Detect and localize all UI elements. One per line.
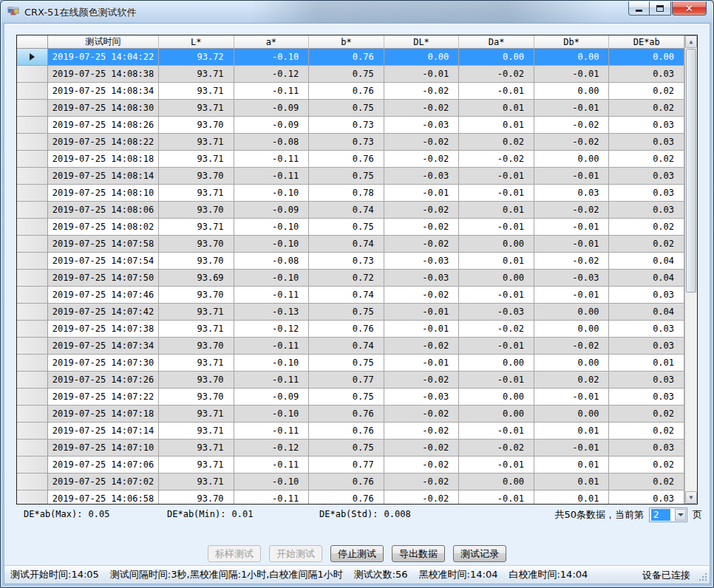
cell[interactable]: -0.02	[384, 134, 460, 151]
table-row[interactable]: 2019-07-25 14:04:2293.72-0.100.760.000.0…	[17, 49, 684, 66]
cell[interactable]: -0.10	[234, 219, 310, 236]
table-row[interactable]: 2019-07-25 14:07:5893.70-0.100.74-0.020.…	[17, 236, 684, 253]
cell[interactable]: -0.02	[384, 219, 460, 236]
table-row[interactable]: 2019-07-25 14:07:3493.70-0.110.74-0.02-0…	[17, 338, 684, 355]
cell[interactable]: 93.71	[159, 151, 234, 168]
row-header-cell[interactable]	[17, 219, 48, 236]
column-header-L[interactable]: L*	[159, 35, 234, 48]
cell[interactable]: 93.70	[159, 490, 234, 504]
table-row[interactable]: 2019-07-25 14:08:1893.71-0.110.76-0.02-0…	[17, 151, 684, 168]
cell[interactable]: 0.02	[609, 151, 684, 168]
cell[interactable]: 0.01	[459, 100, 534, 117]
column-header-Da[interactable]: Da*	[459, 35, 534, 48]
cell[interactable]: -0.02	[534, 338, 610, 355]
table-row[interactable]: 2019-07-25 14:07:5093.69-0.100.72-0.030.…	[17, 270, 684, 287]
cell[interactable]: -0.01	[459, 490, 534, 504]
cell[interactable]: 2019-07-25 14:07:34	[48, 338, 159, 355]
cell[interactable]: 93.70	[159, 236, 234, 253]
cell[interactable]: -0.11	[234, 338, 310, 355]
cell[interactable]: 93.71	[159, 457, 234, 474]
table-row[interactable]: 2019-07-25 14:07:0693.71-0.110.77-0.02-0…	[17, 457, 684, 474]
cell[interactable]: 0.02	[609, 474, 684, 490]
column-header-DEab[interactable]: DE*ab	[609, 35, 684, 48]
cell[interactable]: -0.10	[234, 270, 310, 287]
table-row[interactable]: 2019-07-25 14:07:4693.70-0.110.74-0.02-0…	[17, 287, 684, 304]
cell[interactable]: 0.00	[534, 304, 610, 321]
cell[interactable]: 2019-07-25 14:07:26	[48, 372, 159, 389]
cell[interactable]: -0.02	[384, 236, 460, 253]
table-row[interactable]: 2019-07-25 14:08:1093.71-0.100.78-0.01-0…	[17, 185, 684, 202]
cell[interactable]: 0.75	[309, 66, 384, 83]
cell[interactable]: 0.00	[459, 49, 534, 66]
row-header-cell[interactable]	[17, 100, 48, 117]
cell[interactable]: 0.03	[609, 389, 684, 406]
cell[interactable]: 2019-07-25 14:08:26	[48, 117, 159, 134]
cell[interactable]: 2019-07-25 14:06:58	[48, 490, 159, 504]
cell[interactable]: 93.71	[159, 355, 234, 372]
cell[interactable]: 2019-07-25 14:07:46	[48, 287, 159, 304]
cell[interactable]: 93.72	[159, 49, 234, 66]
cell[interactable]: -0.01	[384, 304, 460, 321]
cell[interactable]: 2019-07-25 14:08:30	[48, 100, 159, 117]
cell[interactable]: -0.10	[234, 49, 310, 66]
cell[interactable]: 0.00	[534, 406, 610, 423]
cell[interactable]: -0.02	[384, 440, 460, 457]
cell[interactable]: 0.00	[459, 270, 534, 287]
cell[interactable]: 0.76	[309, 83, 384, 100]
cell[interactable]: -0.02	[384, 406, 460, 423]
cell[interactable]: 0.01	[609, 355, 684, 372]
cell[interactable]: 2019-07-25 14:07:54	[48, 253, 159, 270]
cell[interactable]: 0.00	[534, 355, 610, 372]
cell[interactable]: 0.78	[309, 185, 384, 202]
row-header-cell[interactable]	[17, 355, 48, 372]
cell[interactable]: -0.02	[534, 253, 610, 270]
cell[interactable]: 2019-07-25 14:07:38	[48, 321, 159, 338]
cell[interactable]: 2019-07-25 14:08:18	[48, 151, 159, 168]
cell[interactable]: -0.02	[459, 151, 534, 168]
scroll-down-button[interactable]: ▼	[685, 491, 697, 504]
cell[interactable]: 2019-07-25 14:07:58	[48, 236, 159, 253]
action-button[interactable]: 测试记录	[453, 545, 506, 562]
cell[interactable]: 2019-07-25 14:04:22	[48, 49, 159, 66]
cell[interactable]: -0.01	[459, 83, 534, 100]
row-header-cell[interactable]	[17, 406, 48, 423]
row-header-cell[interactable]	[17, 117, 48, 134]
cell[interactable]: 2019-07-25 14:07:18	[48, 406, 159, 423]
cell[interactable]: 93.71	[159, 219, 234, 236]
cell[interactable]: 0.75	[309, 219, 384, 236]
cell[interactable]: -0.11	[234, 423, 310, 440]
cell[interactable]: 0.76	[309, 423, 384, 440]
cell[interactable]: 0.00	[459, 236, 534, 253]
cell[interactable]: 0.73	[309, 253, 384, 270]
cell[interactable]: -0.01	[534, 66, 610, 83]
cell[interactable]: 93.71	[159, 474, 234, 490]
cell[interactable]: -0.02	[459, 440, 534, 457]
table-row[interactable]: 2019-07-25 14:08:1493.70-0.110.75-0.03-0…	[17, 168, 684, 185]
cell[interactable]: 0.03	[609, 321, 684, 338]
table-row[interactable]: 2019-07-25 14:08:2293.71-0.080.73-0.020.…	[17, 134, 684, 151]
page-select-arrow-button[interactable]	[675, 509, 686, 521]
cell[interactable]: 0.00	[534, 83, 610, 100]
cell[interactable]: 2019-07-25 14:08:14	[48, 168, 159, 185]
table-row[interactable]: 2019-07-25 14:07:1493.71-0.110.76-0.02-0…	[17, 423, 684, 440]
column-header-DL[interactable]: DL*	[384, 35, 460, 48]
cell[interactable]: -0.02	[384, 287, 460, 304]
cell[interactable]: 0.00	[534, 321, 610, 338]
cell[interactable]: -0.01	[534, 168, 610, 185]
table-row[interactable]: 2019-07-25 14:07:2293.70-0.090.75-0.030.…	[17, 389, 684, 406]
row-header-cell[interactable]	[17, 304, 48, 321]
cell[interactable]: -0.02	[534, 134, 610, 151]
cell[interactable]: -0.02	[384, 100, 460, 117]
cell[interactable]: 2019-07-25 14:07:14	[48, 423, 159, 440]
table-row[interactable]: 2019-07-25 14:07:5493.70-0.080.73-0.030.…	[17, 253, 684, 270]
cell[interactable]: -0.02	[384, 202, 460, 219]
cell[interactable]: -0.01	[459, 287, 534, 304]
cell[interactable]: 93.70	[159, 389, 234, 406]
column-header-time[interactable]: 测试时间	[48, 35, 159, 48]
cell[interactable]: 2019-07-25 14:07:06	[48, 457, 159, 474]
cell[interactable]: 2019-07-25 14:07:10	[48, 440, 159, 457]
cell[interactable]: 93.71	[159, 423, 234, 440]
cell[interactable]: 93.70	[159, 338, 234, 355]
cell[interactable]: 0.02	[609, 236, 684, 253]
cell[interactable]: -0.11	[234, 83, 310, 100]
